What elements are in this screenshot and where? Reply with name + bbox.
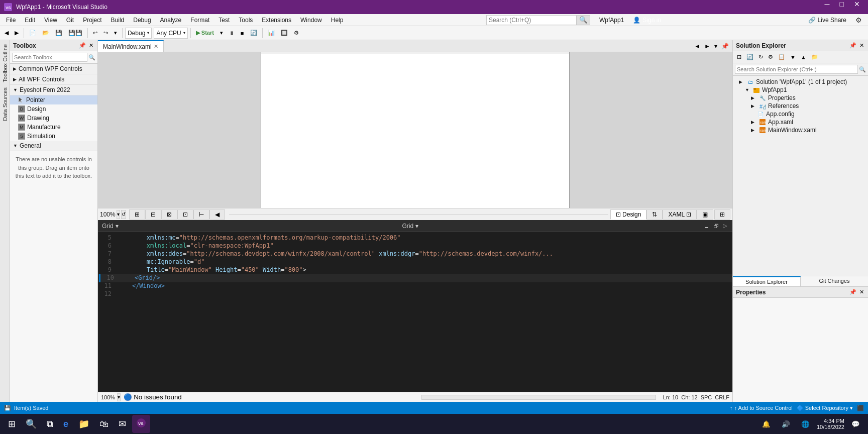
se-close-button[interactable]: ✕: [858, 42, 865, 49]
se-pin-button[interactable]: 📌: [848, 42, 857, 49]
doc-tab-mainwindow[interactable]: MainWindow.xaml ✕: [98, 40, 164, 52]
se-tb-btn-5[interactable]: 📋: [776, 53, 787, 61]
columns-view-button[interactable]: ⊟: [145, 209, 161, 220]
sign-in-area[interactable]: 👤 Sign in: [629, 17, 665, 24]
menu-file[interactable]: File: [2, 14, 20, 26]
menu-help[interactable]: Help: [327, 14, 348, 26]
props-pin-button[interactable]: 📌: [848, 289, 857, 295]
se-tb-btn-1[interactable]: ⊡: [735, 53, 743, 61]
menu-settings-button[interactable]: ⚙: [851, 13, 866, 27]
editor-class-dropdown[interactable]: Grid ▾: [402, 223, 419, 230]
menu-test[interactable]: Test: [214, 14, 234, 26]
menu-project[interactable]: Project: [79, 14, 105, 26]
start-button[interactable]: ⊞: [4, 415, 20, 433]
store-button[interactable]: 🛍: [95, 415, 113, 433]
menu-window[interactable]: Window: [296, 14, 326, 26]
collapse-button[interactable]: ◀: [209, 209, 225, 220]
open-button[interactable]: 📂: [40, 27, 52, 39]
maximize-button[interactable]: □: [836, 0, 848, 14]
props-close-button[interactable]: ✕: [858, 289, 865, 295]
editor-collapse-btn-1[interactable]: 🗕: [702, 223, 711, 229]
zoom-percent-dropdown[interactable]: ▾: [117, 393, 121, 401]
toolbox-group-general-header[interactable]: ▼ General: [10, 141, 97, 151]
se-tb-btn-6[interactable]: ▼: [788, 53, 798, 61]
platform-dropdown[interactable]: Any CPU ▾: [154, 28, 187, 39]
taskbar-volume-icon[interactable]: 🔊: [778, 415, 794, 433]
close-button[interactable]: ✕: [850, 0, 864, 14]
taskbar-notification-icon[interactable]: 🔔: [758, 415, 775, 433]
solution-expand-icon[interactable]: ▶: [739, 79, 745, 84]
snap-button[interactable]: ⊢: [193, 209, 209, 220]
se-tb-btn-4[interactable]: ⚙: [766, 53, 775, 61]
taskbar-notification-center[interactable]: 💬: [847, 415, 864, 433]
tree-item-appconfig[interactable]: 📄 App.config: [733, 110, 868, 118]
no-issues-button[interactable]: 🔵 No issues found: [124, 393, 182, 401]
menu-format[interactable]: Format: [186, 14, 213, 26]
rows-view-button[interactable]: ⊠: [161, 209, 177, 220]
tree-item-appxaml[interactable]: ▶ xaml App.xaml: [733, 118, 868, 126]
toolbox-item-pointer[interactable]: Pointer: [10, 95, 97, 104]
explorer-button[interactable]: 📁: [74, 415, 93, 433]
swap-button[interactable]: ⇅: [646, 209, 663, 220]
editor-layout-btn-1[interactable]: ▣: [697, 209, 713, 220]
taskbar-search-button[interactable]: 🔍: [22, 415, 41, 433]
doc-tab-pin-button[interactable]: 📌: [720, 43, 730, 50]
se-search-input[interactable]: [735, 65, 858, 74]
toolbox-item-manufacture[interactable]: M Manufacture: [10, 123, 97, 132]
xaml-tab-button[interactable]: XAML ⊡: [663, 209, 697, 220]
forward-button[interactable]: ▶: [12, 27, 21, 39]
search-input[interactable]: [486, 15, 577, 25]
tree-item-references[interactable]: ▶ #🔗 References: [733, 102, 868, 110]
toolbox-item-simulation[interactable]: S Simulation: [10, 132, 97, 141]
save-button[interactable]: 💾: [53, 27, 65, 39]
menu-git[interactable]: Git: [62, 14, 78, 26]
add-source-control-button[interactable]: ↑ ↑ Add to Source Control: [730, 405, 793, 411]
doc-scroll-left-button[interactable]: ◄: [693, 43, 702, 50]
menu-analyze[interactable]: Analyze: [156, 14, 186, 26]
tree-item-mainwindow[interactable]: ▶ xaml MainWindow.xaml: [733, 126, 868, 134]
menu-extensions[interactable]: Extensions: [258, 14, 295, 26]
se-footer-tab-solution[interactable]: Solution Explorer: [733, 276, 801, 286]
menu-debug[interactable]: Debug: [129, 14, 155, 26]
se-footer-tab-git[interactable]: Git Changes: [801, 276, 868, 286]
horizontal-scrollbar[interactable]: [421, 395, 656, 400]
undo-dropdown-button[interactable]: ▾: [112, 27, 120, 39]
search-button[interactable]: 🔍: [577, 15, 590, 25]
new-project-button[interactable]: 📄: [27, 27, 39, 39]
appxaml-expand-icon[interactable]: ▶: [751, 120, 757, 125]
zoom-refresh-button[interactable]: ↺: [121, 210, 126, 219]
menu-view[interactable]: View: [40, 14, 61, 26]
se-tb-btn-7[interactable]: ▲: [799, 53, 808, 61]
taskbar-network-icon[interactable]: 🌐: [797, 415, 814, 433]
grid-view-button[interactable]: ⊞: [129, 209, 145, 220]
menu-build[interactable]: Build: [107, 14, 129, 26]
editor-file-dropdown[interactable]: Grid ▾: [102, 223, 119, 230]
redo-button[interactable]: ↪: [101, 27, 111, 39]
restart-button[interactable]: 🔄: [248, 27, 260, 39]
mail-button[interactable]: ✉: [115, 415, 130, 433]
save-all-button[interactable]: 💾💾: [66, 27, 85, 39]
data-sources-vtab[interactable]: Data Sources: [1, 85, 9, 123]
doc-scroll-right-button[interactable]: ►: [703, 43, 712, 50]
debug-config-dropdown[interactable]: Debug ▾: [125, 28, 152, 39]
toolbox-item-drawing[interactable]: W Drawing: [10, 114, 97, 123]
live-share-button[interactable]: 🔗 Live Share: [804, 16, 850, 25]
toolbox-item-design[interactable]: D Design: [10, 104, 97, 114]
doc-tab-close-button[interactable]: ✕: [154, 43, 158, 50]
menu-tools[interactable]: Tools: [235, 14, 257, 26]
start-dropdown-button[interactable]: ▾: [218, 27, 226, 39]
vs-taskbar-button[interactable]: VS: [132, 415, 150, 433]
toolbar-misc-2[interactable]: 🔲: [278, 27, 290, 39]
toolbox-pin-button[interactable]: 📌: [78, 42, 87, 49]
zoom-dropdown-button[interactable]: ▾: [117, 210, 120, 219]
mainwindow-expand-icon[interactable]: ▶: [751, 128, 757, 133]
toolbar-misc-1[interactable]: 📊: [265, 27, 277, 39]
editor-right-expand[interactable]: ▷: [721, 223, 728, 229]
tree-item-project[interactable]: ▼ WpfApp1: [733, 86, 868, 94]
editor-expand-btn[interactable]: 🗗: [712, 223, 720, 229]
undo-button[interactable]: ↩: [90, 27, 100, 39]
editor-layout-btn-2[interactable]: ⊞: [714, 209, 730, 220]
select-repository-button[interactable]: Select Repository: [805, 405, 848, 411]
tree-item-properties[interactable]: ▶ 🔧 Properties: [733, 94, 868, 102]
properties-expand-icon[interactable]: ▶: [751, 95, 757, 100]
